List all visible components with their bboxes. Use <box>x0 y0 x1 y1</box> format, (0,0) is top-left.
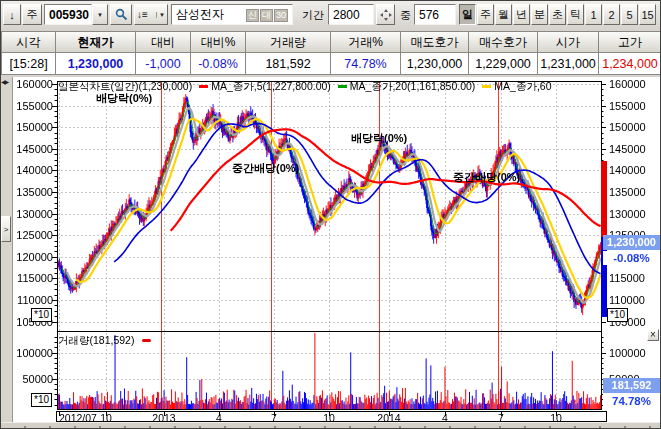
interval-button-틱[interactable]: 틱 <box>567 4 584 25</box>
volume-callout: 181,592 <box>603 378 660 393</box>
quote-header-5: 거래% <box>330 31 401 53</box>
price-axis-label-right-145000: 145000 <box>609 143 646 155</box>
annotation-0: 배당락(0%) <box>96 91 152 106</box>
price-multiplier-right: *10 <box>607 308 628 322</box>
volume-legend-text: 거래량(181,592) <box>58 334 134 346</box>
price-multiplier-left: *10 <box>31 308 52 322</box>
chart-region: ◀▶ > 일본식차트(일간)(1,230,000)MA_종가,5(1,227,8… <box>1 77 661 429</box>
annotation-3: 중간배당(0%) <box>453 170 520 185</box>
price-axis-label-right-140000: 140000 <box>609 164 646 176</box>
collapse-button[interactable]: ↓ <box>3 4 21 25</box>
volume-legend: 거래량(181,592) <box>58 334 154 348</box>
fit-chart-icon <box>380 9 392 21</box>
quote-value-0: [15:28] <box>1 52 56 75</box>
interval-button-주[interactable]: 주 <box>477 4 494 25</box>
chevron-down-icon: ▼ <box>97 12 103 18</box>
quote-value-5: 74.78% <box>330 52 401 75</box>
price-axis-label-right-110000: 110000 <box>609 294 645 306</box>
quote-header-3: 대비% <box>190 31 246 53</box>
price-axis-label-right-115000: 115000 <box>609 272 645 284</box>
legend-item-2: MA_종가,20(1,161,850.00) <box>350 80 476 92</box>
bar-count-input[interactable]: 576 <box>414 4 456 25</box>
price-axis-label-left-115000: 115000 <box>1 272 53 284</box>
annotation-2: 배당락(0%) <box>351 131 407 146</box>
close-pane-button[interactable]: × <box>647 329 659 341</box>
chevron-down-icon: ▼ <box>156 12 165 18</box>
badge-30: 30 <box>274 9 288 22</box>
interval-button-년[interactable]: 년 <box>513 4 530 25</box>
quote-header-7: 매수호가 <box>468 31 538 53</box>
price-axis-label-right-150000: 150000 <box>609 121 646 133</box>
stock-chart-window: ↓ 주 005930 ▼ ↓≡ ▼ 삼성전자 신대30 기간 2800 중 57… <box>0 0 661 429</box>
legend-marker-3 <box>482 85 491 88</box>
badge-new: 신 <box>246 9 259 22</box>
quote-header-6: 매도호가 <box>400 31 469 53</box>
sort-list-button[interactable]: ↓≡ ▼ <box>134 4 168 25</box>
week-menu-button[interactable]: 주 <box>22 4 42 25</box>
symbol-search-button[interactable] <box>110 4 132 25</box>
quote-header-1: 현재가 <box>55 31 136 53</box>
quote-value-1: 1,230,000 <box>55 52 136 75</box>
volume-axis-label-left-100000: 100000 <box>1 347 53 359</box>
range-bar-upper <box>601 161 607 237</box>
current-price-callout: 1,230,000 <box>603 235 660 250</box>
price-axis-label-right-155000: 155000 <box>609 100 646 112</box>
symbol-name-text: 삼성전자 <box>176 6 224 23</box>
quote-value-3: -0.08% <box>190 52 246 75</box>
horizontal-scrollbar[interactable] <box>1 422 661 429</box>
interval-button-2[interactable]: 2 <box>603 4 620 25</box>
quote-header-4: 거래량 <box>245 31 331 53</box>
quote-value-8: 1,231,000 <box>537 52 599 75</box>
badge-dae: 대 <box>260 9 273 22</box>
interval-button-분[interactable]: 분 <box>531 4 548 25</box>
price-axis-label-left-125000: 125000 <box>1 229 53 241</box>
legend-marker-2 <box>338 85 347 88</box>
change-percent-callout: -0.08% <box>603 251 660 265</box>
interval-button-월[interactable]: 월 <box>495 4 512 25</box>
annotation-1: 중간배당(0%) <box>232 161 299 176</box>
price-axis-label-left-150000: 150000 <box>1 121 53 133</box>
legend-marker-1 <box>199 85 208 88</box>
sort-icon: ↓≡ <box>137 9 148 20</box>
quote-value-9: 1,234,000 <box>598 52 661 75</box>
price-volume-chart-canvas[interactable] <box>1 77 661 429</box>
quote-value-2: -1,000 <box>135 52 191 75</box>
quote-value-7: 1,229,000 <box>468 52 538 75</box>
price-axis-label-right-135000: 135000 <box>609 186 646 198</box>
quote-value-4: 181,592 <box>245 52 331 75</box>
quote-value-6: 1,230,000 <box>400 52 469 75</box>
price-axis-label-left-160000: 160000 <box>1 78 53 90</box>
symbol-dropdown-button[interactable]: ▼ <box>92 4 108 25</box>
volume-axis-label-right-100000: 100000 <box>609 347 646 359</box>
symbol-code-input[interactable]: 005930 <box>44 4 92 25</box>
toolbar: ↓ 주 005930 ▼ ↓≡ ▼ 삼성전자 신대30 기간 2800 중 57… <box>1 1 661 30</box>
interval-button-15[interactable]: 15 <box>639 4 656 25</box>
quote-header-2: 대비 <box>135 31 191 53</box>
quote-header-9: 고가 <box>598 31 661 53</box>
price-axis-label-left-120000: 120000 <box>1 251 53 263</box>
close-icon: × <box>650 330 656 340</box>
legend-item-1: MA_종가,5(1,227,800.00) <box>211 80 331 92</box>
volume-legend-marker <box>142 339 151 342</box>
search-icon <box>115 8 128 21</box>
interval-button-5[interactable]: 5 <box>621 4 638 25</box>
quote-value-row: [15:28]1,230,000-1,000-0.08%181,59274.78… <box>1 52 661 75</box>
interval-button-1[interactable]: 1 <box>585 4 602 25</box>
quote-header-row: 시각현재가대비대비%거래량거래%매도호가매수호가시가고가 <box>1 31 661 53</box>
symbol-badges: 신대30 <box>245 7 288 22</box>
period-input[interactable]: 2800 <box>328 4 374 25</box>
volume-axis-label-left-50000: 50000 <box>1 373 53 385</box>
price-axis-label-left-135000: 135000 <box>1 186 53 198</box>
legend-item-3: MA_종가,60 <box>494 80 551 92</box>
interval-button-초[interactable]: 초 <box>549 4 566 25</box>
price-axis-label-left-140000: 140000 <box>1 164 53 176</box>
symbol-name-field[interactable]: 삼성전자 신대30 <box>171 4 293 25</box>
price-axis-label-right-160000: 160000 <box>609 78 646 90</box>
interval-button-일[interactable]: 일 <box>459 4 476 25</box>
of-label: 중 <box>400 8 411 23</box>
period-label: 기간 <box>302 8 324 23</box>
price-axis-label-left-145000: 145000 <box>1 143 53 155</box>
price-axis-label-left-110000: 110000 <box>1 294 53 306</box>
fit-chart-button[interactable] <box>376 4 395 25</box>
quote-header-0: 시각 <box>1 31 56 53</box>
